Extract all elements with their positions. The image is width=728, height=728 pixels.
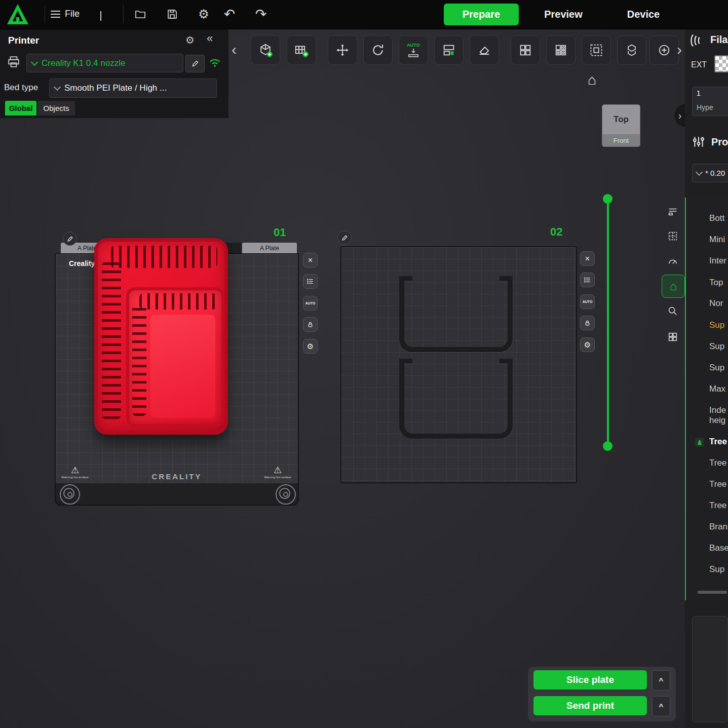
plate1-auto-arrange-button[interactable]: AUTO — [303, 296, 318, 311]
tab-device[interactable]: Device — [619, 7, 668, 22]
setting-item[interactable]: Base — [709, 543, 728, 553]
slice-plate-button[interactable]: Slice plate — [533, 670, 647, 689]
setting-item[interactable]: Sup — [709, 341, 724, 352]
process-section-title: Pro — [711, 136, 728, 148]
process-settings-list[interactable]: Bott Mini Inter Top Nor Sup Sup Sup Max … — [685, 198, 728, 600]
setting-item-modified[interactable]: Sup — [709, 320, 724, 330]
home-view-button[interactable]: ⌂ — [588, 72, 596, 88]
redo-button[interactable]: ↷ — [251, 4, 271, 24]
rotate-tool-button[interactable] — [363, 35, 393, 65]
chevron-down-icon[interactable] — [100, 11, 101, 20]
toolbar-scroll-right[interactable]: › — [673, 37, 686, 62]
tab-support[interactable]: ⌂ — [662, 275, 685, 298]
undo-button[interactable]: ↶ — [219, 4, 240, 24]
assembly-button[interactable] — [617, 35, 646, 65]
plate1-delete-button[interactable]: × — [303, 253, 318, 267]
filament-section-title: Fila — [710, 34, 727, 46]
layer-slider-handle-bottom[interactable] — [603, 441, 612, 451]
setting-item-two-line[interactable]: Inde heig — [709, 405, 726, 426]
arrange-settings-button[interactable] — [546, 35, 576, 65]
setting-item[interactable]: Top — [709, 278, 723, 288]
setting-item[interactable]: Inter — [709, 256, 726, 266]
setting-item[interactable]: Sup — [709, 564, 724, 574]
file-menu[interactable]: File — [65, 9, 80, 19]
edit-printer-button[interactable] — [185, 55, 205, 72]
viewport-3d[interactable]: 01 A Plate please apply glue before prin… — [0, 29, 685, 728]
move-tool-button[interactable] — [328, 35, 357, 65]
filament-slot[interactable]: 1 Hype — [692, 87, 728, 116]
wipe-tower-button[interactable] — [470, 35, 499, 65]
four-squares-icon — [667, 331, 678, 342]
plate2-delete-button[interactable]: × — [580, 251, 595, 266]
lock-icon — [584, 319, 591, 327]
auto-orient-button[interactable]: AUTO — [399, 35, 428, 65]
settings-hscrollbar[interactable] — [698, 591, 727, 594]
close-icon: × — [308, 256, 313, 265]
tab-objects[interactable]: Objects — [37, 101, 75, 116]
setting-item[interactable]: Tree — [709, 479, 726, 489]
bed-type-select[interactable]: Smooth PEI Plate / High ... — [49, 79, 217, 98]
plate1-edit-button[interactable] — [63, 232, 77, 246]
tab-search-settings[interactable] — [662, 300, 684, 322]
send-options-button[interactable]: ^ — [652, 696, 670, 716]
tab-prepare[interactable]: Prepare — [444, 4, 519, 25]
orientation-cube[interactable]: Top Front — [602, 104, 640, 147]
setting-item[interactable]: Max — [709, 384, 725, 394]
slice-options-button[interactable]: ^ — [652, 670, 670, 691]
model-bracket-1[interactable] — [399, 276, 513, 352]
arrange-button[interactable] — [511, 35, 540, 65]
layer-slider-track[interactable] — [607, 199, 609, 446]
model-bracket-2[interactable] — [399, 359, 513, 439]
orientation-cube-top-face[interactable]: Top — [602, 105, 640, 134]
plate1-tab-right[interactable]: A Plate — [242, 243, 297, 253]
setting-item[interactable]: Tree — [709, 458, 726, 468]
plate2-settings-button[interactable]: ⚙ — [580, 337, 595, 352]
add-plate-button[interactable] — [287, 35, 316, 65]
pencil-icon — [191, 60, 199, 67]
setting-section-header[interactable]: Tree — [709, 437, 727, 447]
tab-speed[interactable] — [662, 250, 684, 273]
plate1-object-list-button[interactable] — [303, 274, 318, 289]
setting-item[interactable]: Tree — [709, 501, 726, 511]
open-file-button[interactable] — [130, 4, 150, 24]
setting-item[interactable]: Bott — [709, 213, 724, 223]
plate1-settings-button[interactable]: ⚙ — [303, 339, 318, 354]
scale-frame-button[interactable] — [582, 35, 611, 65]
tab-preview[interactable]: Preview — [538, 7, 589, 22]
process-preset-select[interactable]: * 0.20 — [692, 164, 728, 182]
plate2-lock-button[interactable] — [580, 316, 595, 330]
model-red-basket-outer[interactable] — [94, 238, 228, 435]
printer-select[interactable]: Creality K1 0.4 nozzle — [26, 54, 183, 72]
setting-item[interactable]: Sup — [709, 363, 724, 373]
plate1-lock-button[interactable] — [303, 317, 318, 332]
setting-item[interactable]: Bran — [709, 522, 727, 532]
extruder-color-swatch[interactable] — [714, 55, 728, 72]
model-red-basket-inner[interactable] — [126, 287, 224, 427]
plate2-object-list-button[interactable] — [580, 273, 595, 287]
plate2-auto-arrange-button[interactable]: AUTO — [580, 294, 595, 309]
send-print-button[interactable]: Send print — [533, 696, 647, 715]
printer-settings-gear[interactable]: ⚙ — [185, 34, 195, 46]
save-button[interactable] — [162, 4, 182, 24]
tab-others[interactable] — [662, 326, 684, 348]
clone-icon — [657, 43, 671, 57]
wifi-icon[interactable] — [208, 55, 222, 69]
split-icon — [442, 43, 456, 57]
orientation-cube-front-face[interactable]: Front — [602, 134, 640, 146]
menu-icon[interactable] — [51, 9, 60, 20]
split-tool-button[interactable] — [434, 35, 464, 65]
setting-item[interactable]: Nor — [709, 298, 723, 309]
toolbar-scroll-left[interactable]: ‹ — [227, 37, 241, 62]
panel-collapse-button[interactable]: « — [207, 32, 213, 45]
layer-slider-handle-top[interactable] — [603, 194, 612, 204]
tab-global[interactable]: Global — [5, 101, 36, 116]
setting-item[interactable]: Mini — [709, 235, 725, 245]
pencil-icon — [67, 236, 73, 242]
tab-quality[interactable] — [662, 200, 684, 222]
add-model-button[interactable] — [251, 35, 280, 65]
plate2-edit-button[interactable] — [337, 231, 352, 245]
tab-strength[interactable] — [662, 225, 684, 247]
tree-support-icon — [695, 438, 704, 447]
right-panel-collapse-handle[interactable]: › — [674, 103, 686, 128]
settings-button[interactable]: ⚙ — [194, 4, 214, 24]
